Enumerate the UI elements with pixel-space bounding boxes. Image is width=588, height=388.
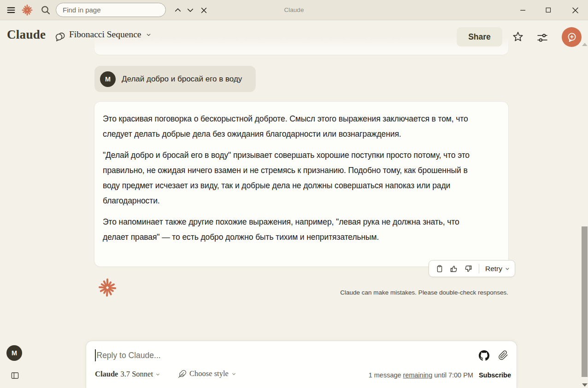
find-close-icon[interactable]	[199, 5, 209, 15]
model-version: 3.7 Sonnet	[120, 370, 153, 379]
scrollbar-down-arrow[interactable]	[582, 383, 588, 387]
assistant-paragraph: Это красивая поговорка о бескорыстной до…	[103, 111, 480, 142]
style-selector[interactable]: Choose style	[178, 369, 236, 378]
window-close-button[interactable]	[570, 5, 580, 15]
chevron-down-icon	[505, 266, 510, 272]
find-next-icon[interactable]	[185, 5, 195, 15]
copy-icon[interactable]	[435, 264, 444, 273]
thumbs-down-icon[interactable]	[464, 264, 473, 273]
chevron-down-icon	[155, 372, 160, 377]
app-header: Claude Fibonacci Sequence Share	[0, 20, 588, 51]
reply-input[interactable]: Reply to Claude...	[95, 348, 466, 362]
assistant-message-card: Это красивая поговорка о бескорыстной до…	[94, 102, 508, 266]
thumbs-up-icon[interactable]	[449, 264, 459, 273]
chevron-down-icon	[231, 371, 236, 376]
retry-label: Retry	[485, 265, 502, 273]
chat-title: Fibonacci Sequence	[69, 29, 141, 40]
titlebar: Claude	[0, 0, 588, 20]
chat-bubbles-icon	[54, 31, 66, 42]
menu-icon[interactable]	[6, 5, 17, 16]
subscribe-button[interactable]: Subscribe	[479, 371, 511, 379]
settings-sliders-icon[interactable]	[536, 32, 548, 44]
quota-remaining-link[interactable]: remaining	[403, 371, 433, 379]
disclaimer-text: Claude can make mistakes. Please double-…	[340, 289, 508, 296]
message-quota: 1 message remaining until 7:00 PM Subscr…	[369, 371, 511, 379]
style-label: Choose style	[189, 369, 229, 378]
retry-button[interactable]: Retry	[485, 265, 510, 273]
window-minimize-button[interactable]	[518, 5, 528, 15]
model-name: Claude	[95, 370, 118, 379]
text-caret	[95, 349, 96, 361]
message-actions-bar: Retry	[429, 260, 515, 277]
github-icon[interactable]	[479, 350, 489, 361]
chevron-down-icon	[146, 32, 152, 38]
star-icon[interactable]	[512, 31, 524, 43]
claude-starburst-icon	[21, 4, 33, 16]
profile-avatar[interactable]: M	[6, 345, 22, 361]
quota-prefix: 1 message	[369, 371, 401, 379]
quota-suffix: until 7:00 PM	[434, 371, 473, 379]
scrollbar-up-arrow[interactable]	[582, 43, 588, 46]
model-selector[interactable]: Claude 3.7 Sonnet	[95, 370, 160, 379]
chat-title-dropdown[interactable]: Fibonacci Sequence	[69, 29, 152, 40]
claude-wordmark[interactable]: Claude	[7, 28, 46, 42]
search-icon	[40, 5, 51, 16]
quill-icon	[178, 370, 187, 378]
scrollbar-thumb[interactable]	[582, 226, 588, 377]
reply-placeholder: Reply to Claude...	[97, 351, 161, 360]
user-avatar: M	[100, 71, 116, 87]
find-in-page-input[interactable]	[56, 3, 166, 17]
new-chat-bubble-plus-icon	[566, 31, 578, 43]
new-chat-button[interactable]	[562, 27, 582, 47]
find-previous-icon[interactable]	[173, 5, 183, 15]
attachment-paperclip-icon[interactable]	[498, 350, 508, 360]
claude-starburst-icon	[97, 278, 118, 298]
user-message: M Делай добро и бросай его в воду	[94, 66, 256, 92]
window-maximize-button[interactable]	[543, 5, 553, 15]
sidebar-toggle-icon[interactable]	[10, 371, 20, 380]
user-message-text: Делай добро и бросай его в воду	[122, 75, 242, 84]
divider	[479, 264, 479, 273]
assistant-paragraph: "Делай добро и бросай его в воду" призыв…	[103, 148, 480, 208]
claude-app-window: Claude Claude Fibonacci Sequence Share	[0, 0, 588, 388]
assistant-paragraph: Это напоминает также другие похожие выра…	[103, 214, 480, 245]
share-button[interactable]: Share	[457, 27, 502, 46]
composer: Reply to Claude... Claude 3.7 Sonnet Cho…	[86, 341, 517, 388]
